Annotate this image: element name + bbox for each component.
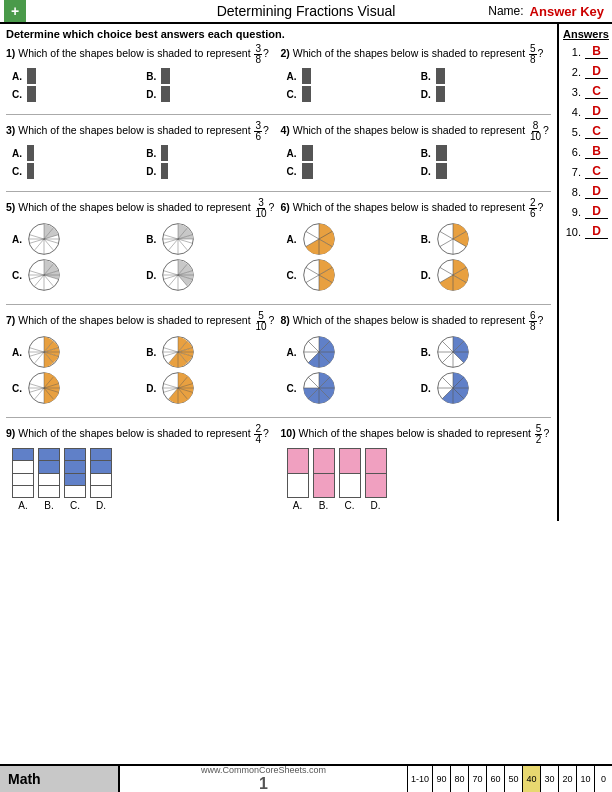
q4-rect-c <box>302 163 313 179</box>
q3-choice-d: D. <box>146 163 276 179</box>
q9-choice-b: B. <box>38 448 60 511</box>
q5-pie-a <box>27 222 61 256</box>
q9-vrect-a <box>12 448 34 498</box>
answer-5: 5. C <box>563 124 608 139</box>
page-title: Determining Fractions Visual <box>217 3 396 19</box>
score-40: 40 <box>522 766 540 792</box>
q4-text: 4) Which of the shapes below is shaded t… <box>281 121 552 142</box>
q4-choices: A. B. C. <box>287 145 552 179</box>
score-10: 10 <box>576 766 594 792</box>
score-30: 30 <box>540 766 558 792</box>
q5-choice-c: C. <box>12 258 142 292</box>
q8-choice-a: A. <box>287 335 417 369</box>
q10-vrect-b <box>313 448 335 498</box>
q7-choice-d: D. <box>146 371 276 405</box>
answer-4: 4. D <box>563 104 608 119</box>
q9-choice-c: C. <box>64 448 86 511</box>
q6-choice-a: A. <box>287 222 417 256</box>
answer-key-label: Answer Key <box>530 4 604 19</box>
q10-choice-b: B. <box>313 448 335 511</box>
q10-vrect-a <box>287 448 309 498</box>
q6-choice-d: D. <box>421 258 551 292</box>
header-name-area: Name: Answer Key <box>488 4 604 19</box>
q10-choice-d: D. <box>365 448 387 511</box>
q5-choice-a: A. <box>12 222 142 256</box>
q3-choices: A. B. C. <box>12 145 277 179</box>
q7-choice-b: B. <box>146 335 276 369</box>
name-label: Name: <box>488 4 523 19</box>
q1-text: 1) Which of the shapes below is shaded t… <box>6 44 277 65</box>
q5-fraction: 310 <box>254 198 267 219</box>
answer-3: 3. C <box>563 84 608 99</box>
instruction-text: Determine which choice best answers each… <box>6 28 551 40</box>
question-6: 6) Which of the shapes below is shaded t… <box>281 198 552 292</box>
q2-rect-b <box>436 68 445 84</box>
q3-choice-c: C. <box>12 163 142 179</box>
questions-row-5-6: 5) Which of the shapes below is shaded t… <box>6 198 551 298</box>
q8-text: 8) Which of the shapes below is shaded t… <box>281 311 552 332</box>
q1-choice-c: C. <box>12 86 142 102</box>
q9-choice-d: D. <box>90 448 112 511</box>
q4-choice-a: A. <box>287 145 417 161</box>
q5-pie-b <box>161 222 195 256</box>
q10-vrect-c <box>339 448 361 498</box>
q8-choice-c: C. <box>287 371 417 405</box>
q4-choice-c: C. <box>287 163 417 179</box>
q5-choice-b: B. <box>146 222 276 256</box>
q9-vrect-c <box>64 448 86 498</box>
questions-row-1-2: 1) Which of the shapes below is shaded t… <box>6 44 551 108</box>
question-3: 3) Which of the shapes below is shaded t… <box>6 121 277 179</box>
q10-vrect-d <box>365 448 387 498</box>
q3-rect-a <box>27 145 34 161</box>
q7-pie-c <box>27 371 61 405</box>
questions-row-3-4: 3) Which of the shapes below is shaded t… <box>6 121 551 185</box>
question-10: 10) Which of the shapes below is shaded … <box>281 424 552 511</box>
q4-choice-d: D. <box>421 163 551 179</box>
q7-choice-a: A. <box>12 335 142 369</box>
question-5: 5) Which of the shapes below is shaded t… <box>6 198 277 292</box>
q1-rect-d <box>161 86 170 102</box>
score-70: 70 <box>468 766 486 792</box>
score-90: 90 <box>432 766 450 792</box>
q1-choice-b: B. <box>146 68 276 84</box>
page-header: + Determining Fractions Visual Name: Ans… <box>0 0 612 24</box>
q1-choices: A. B. C. <box>12 68 277 102</box>
questions-row-7-8: 7) Which of the shapes below is shaded t… <box>6 311 551 411</box>
q9-fraction: 24 <box>254 424 262 445</box>
q7-text: 7) Which of the shapes below is shaded t… <box>6 311 277 332</box>
q8-choices: A. <box>287 335 552 405</box>
q8-pie-a <box>302 335 336 369</box>
q2-choices: A. B. C. <box>287 68 552 102</box>
q1-choice-a: A. <box>12 68 142 84</box>
q3-rect-d <box>161 163 168 179</box>
q6-choice-c: C. <box>287 258 417 292</box>
footer-scores: 1-10 90 80 70 60 50 40 30 20 10 0 <box>407 766 612 792</box>
score-0: 0 <box>594 766 612 792</box>
question-7: 7) Which of the shapes below is shaded t… <box>6 311 277 405</box>
q10-choice-a: A. <box>287 448 309 511</box>
main-content: Determine which choice best answers each… <box>0 24 612 521</box>
q6-fraction: 26 <box>529 198 537 219</box>
q1-rect-c <box>27 86 36 102</box>
q1-fraction: 38 <box>254 44 262 65</box>
q2-choice-a: A. <box>287 68 417 84</box>
q5-choices: A. <box>12 222 277 292</box>
q4-choice-b: B. <box>421 145 551 161</box>
answers-panel: Answers 1. B 2. D 3. C 4. D 5. C 6. B 7.… <box>557 24 612 521</box>
q8-choice-d: D. <box>421 371 551 405</box>
q2-fraction: 58 <box>529 44 537 65</box>
questions-area: Determine which choice best answers each… <box>0 24 557 521</box>
q8-choice-b: B. <box>421 335 551 369</box>
q6-choice-b: B. <box>421 222 551 256</box>
answers-title: Answers <box>563 28 608 40</box>
score-50: 50 <box>504 766 522 792</box>
q8-pie-b <box>436 335 470 369</box>
q3-fraction: 36 <box>254 121 262 142</box>
q8-pie-c <box>302 371 336 405</box>
q3-choice-b: B. <box>146 145 276 161</box>
answer-10: 10. D <box>563 224 608 239</box>
q5-text: 5) Which of the shapes below is shaded t… <box>6 198 277 219</box>
q3-choice-a: A. <box>12 145 142 161</box>
q3-rect-c <box>27 163 34 179</box>
q5-pie-c <box>27 258 61 292</box>
